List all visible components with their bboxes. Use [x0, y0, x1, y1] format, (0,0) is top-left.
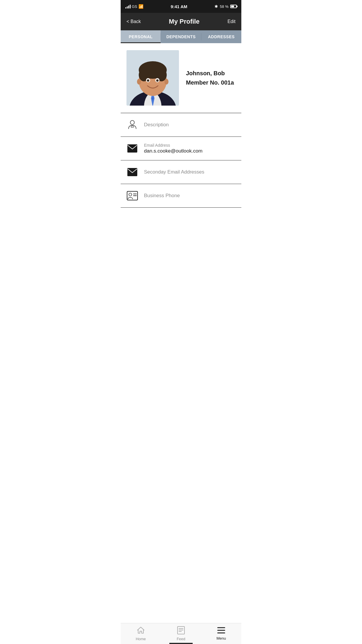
secondary-email-field-row: Seconday Email Addresses — [121, 160, 241, 184]
svg-rect-19 — [128, 168, 137, 176]
battery-percent: 58 % — [220, 4, 229, 9]
secondary-email-placeholder: Seconday Email Addresses — [144, 169, 204, 175]
svg-point-13 — [156, 79, 159, 82]
svg-point-14 — [137, 79, 141, 85]
svg-rect-17 — [131, 126, 133, 127]
tab-personal[interactable]: PERSONAL — [121, 30, 161, 43]
signal-bars — [125, 5, 131, 8]
email-label: Email Address — [144, 143, 236, 148]
secondary-email-icon — [126, 166, 138, 178]
tab-dependents[interactable]: DEPENDENTS — [161, 30, 201, 43]
svg-point-21 — [129, 193, 132, 196]
bluetooth-icon: ✱ — [215, 4, 218, 9]
id-card-icon — [126, 190, 138, 202]
status-time: 9:41 AM — [171, 4, 187, 9]
tab-addresses[interactable]: ADDRESSES — [201, 30, 241, 43]
edit-button[interactable]: Edit — [227, 19, 236, 24]
email-field-content: Email Address dan.s.cooke@outlook.com — [144, 143, 236, 154]
profile-member-no: Member No. 001a — [186, 78, 236, 87]
email-icon — [126, 143, 138, 154]
description-field-row: Description — [121, 113, 241, 137]
page-title: My Profile — [169, 18, 199, 25]
svg-point-15 — [164, 79, 168, 85]
business-phone-placeholder: Business Phone — [144, 193, 180, 198]
carrier-label: GS — [132, 4, 137, 9]
status-bar: GS 📶 9:41 AM ✱ 58 % — [121, 0, 241, 13]
tab-bar: PERSONAL DEPENDENTS ADDRESSES — [121, 30, 241, 43]
battery-icon — [230, 5, 237, 8]
svg-point-12 — [147, 79, 149, 82]
person-badge-icon — [126, 119, 138, 131]
business-phone-field-content: Business Phone — [144, 193, 236, 199]
profile-name: Johnson, Bob — [186, 69, 236, 77]
wifi-icon: 📶 — [138, 4, 143, 9]
business-phone-field-row: Business Phone — [121, 184, 241, 208]
description-placeholder: Description — [144, 122, 169, 127]
main-content: Johnson, Bob Member No. 001a Description — [121, 43, 241, 229]
nav-header: < Back My Profile Edit — [121, 13, 241, 30]
profile-photo — [126, 50, 179, 106]
profile-section: Johnson, Bob Member No. 001a — [121, 43, 241, 113]
email-value: dan.s.cooke@outlook.com — [144, 148, 236, 154]
status-right: ✱ 58 % — [215, 4, 237, 9]
back-button[interactable]: < Back — [126, 19, 141, 24]
profile-info: Johnson, Bob Member No. 001a — [186, 69, 236, 87]
email-field-row: Email Address dan.s.cooke@outlook.com — [121, 137, 241, 160]
status-left: GS 📶 — [125, 4, 143, 9]
secondary-email-field-content: Seconday Email Addresses — [144, 169, 236, 175]
svg-rect-18 — [128, 145, 137, 152]
description-field-content: Description — [144, 122, 236, 128]
svg-point-16 — [130, 120, 134, 125]
